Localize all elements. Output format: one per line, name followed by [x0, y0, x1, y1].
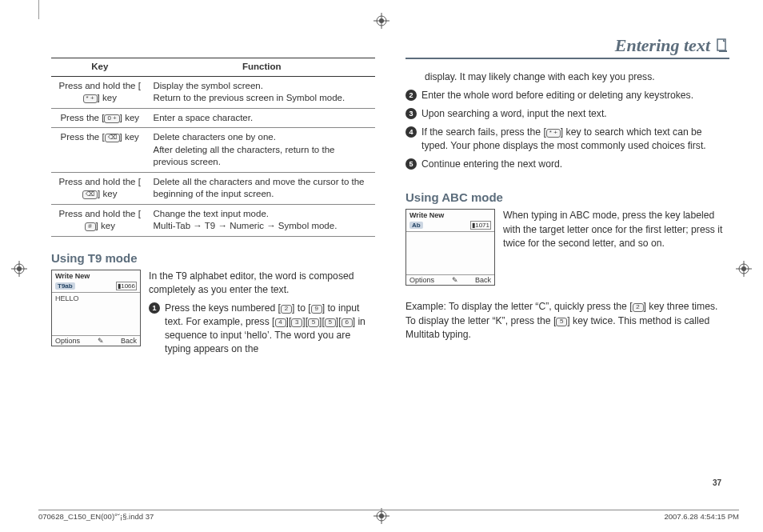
battery-icon: ▮1066 [116, 282, 137, 290]
table-cell-fn: Change the text input mode. Multi-Tab → … [149, 204, 376, 236]
key-icon: * + [83, 94, 98, 103]
input-mode-badge: T9ab [55, 282, 75, 290]
table-cell-key: Press and hold the [⌫] key [51, 172, 149, 204]
step-number-icon: 3 [405, 108, 417, 119]
section-heading-t9: Using T9 mode [51, 251, 375, 265]
table-row: Press and hold the [#] key Change the te… [51, 204, 375, 236]
table-cell-fn: Display the symbol screen. Return to the… [149, 76, 376, 108]
chapter-title: Entering text [615, 35, 710, 56]
table-cell-fn: Enter a space character. [149, 108, 376, 128]
key-icon: 3 [291, 318, 302, 327]
key-icon: 0 + [104, 114, 119, 123]
table-row: Press and hold the [* +] key Display the… [51, 76, 375, 108]
phone-screen-abc: Write New Ab ▮1071 Options ✎ Back [405, 209, 495, 286]
table-cell-key: Press and hold the [* +] key [51, 76, 149, 108]
footer-timestamp: 2007.6.28 4:54:15 PM [665, 512, 740, 521]
battery-icon: ▮1071 [470, 221, 491, 230]
phone-screen-title: Write New [52, 270, 140, 282]
key-icon: 4 [275, 318, 286, 327]
step1-continuation: display. It may likely change with each … [405, 70, 729, 84]
key-icon: ⌫ [105, 134, 120, 142]
document-icon [715, 38, 729, 53]
step-item: 1 Press the keys numbered [2] to [9] to … [149, 302, 375, 356]
footer-filename: 070628_C150_EN(00)°˘¡§.indd 37 [38, 512, 154, 521]
pencil-icon: ✎ [452, 276, 458, 284]
abc-example: Example: To display the letter “C”, quic… [405, 300, 729, 341]
table-row: Press and hold the [⌫] key Delete all th… [51, 172, 375, 204]
step-text: Upon searching a word, input the next te… [421, 107, 729, 121]
key-function-table: Key Function Press and hold the [* +] ke… [51, 58, 375, 237]
phone-screen-body: HELLO [52, 293, 140, 335]
phone-screen-body [406, 232, 494, 274]
t9-block: Write New T9ab ▮1066 HELLO Options ✎ Bac… [51, 270, 375, 361]
registration-mark-icon [374, 13, 389, 29]
section-heading-abc: Using ABC mode [405, 190, 729, 204]
chapter-header: Entering text [405, 35, 729, 59]
phone-screen-title: Write New [406, 210, 494, 221]
abc-paragraph: When typing in ABC mode, press the key l… [503, 209, 729, 250]
table-cell-key: Press the [0 +] key [51, 108, 149, 128]
softkey-left: Options [55, 337, 80, 345]
step-item: 3Upon searching a word, input the next t… [405, 107, 729, 121]
table-cell-key: Press and hold the [#] key [51, 204, 149, 236]
svg-rect-17 [719, 50, 727, 52]
step-item: 4If the search fails, press the [* +] ke… [405, 126, 729, 153]
key-icon: 9 [311, 305, 322, 314]
softkey-left: Options [409, 276, 434, 284]
t9-steps-continued: display. It may likely change with each … [405, 70, 729, 176]
table-row: Press the [0 +] key Enter a space charac… [51, 108, 375, 128]
page-content: Key Function Press and hold the [* +] ke… [51, 35, 729, 490]
table-cell-key: Press the [⌫] key [51, 128, 149, 173]
t9-intro-and-step1: In the T9 alphabet editor, the word is c… [149, 270, 375, 361]
key-icon: # [85, 222, 96, 231]
step-number-icon: 1 [149, 302, 160, 314]
table-header-key: Key [51, 58, 149, 77]
step-number-icon: 2 [405, 90, 417, 101]
crop-mark [38, 0, 39, 19]
right-column: Entering text display. It may likely cha… [405, 35, 729, 490]
print-footer: 070628_C150_EN(00)°˘¡§.indd 37 2007.6.28… [38, 510, 739, 521]
step-number-icon: 4 [405, 126, 417, 138]
page-number: 37 [713, 478, 721, 487]
table-cell-fn: Delete all the characters and move the c… [149, 172, 376, 204]
step-number-icon: 5 [405, 158, 417, 170]
key-icon: ⌫ [82, 190, 98, 199]
registration-mark-icon [11, 261, 27, 277]
softkey-right: Back [475, 276, 491, 284]
table-row: Press the [⌫] key Delete characters one … [51, 128, 375, 173]
step-text: Press the keys numbered [2] to [9] to in… [165, 302, 375, 356]
key-icon: 5 [308, 318, 319, 327]
registration-mark-icon [736, 261, 752, 277]
key-icon: 2 [633, 303, 644, 312]
input-mode-badge: Ab [409, 222, 423, 229]
phone-screen-t9: Write New T9ab ▮1066 HELLO Options ✎ Bac… [51, 270, 141, 346]
softkey-right: Back [121, 337, 137, 345]
table-cell-fn: Delete characters one by one. After dele… [149, 128, 376, 173]
abc-block: Write New Ab ▮1071 Options ✎ Back When t… [405, 209, 729, 286]
key-icon: * + [546, 129, 561, 138]
key-icon: 2 [281, 305, 292, 314]
t9-intro: In the T9 alphabet editor, the word is c… [149, 270, 375, 297]
key-icon: 5 [325, 318, 336, 327]
step-text: If the search fails, press the [* +] key… [421, 126, 729, 153]
step-text: Enter the whole word before editing or d… [421, 89, 729, 102]
step-text: Continue entering the next word. [421, 158, 729, 171]
step-item: 5Continue entering the next word. [405, 158, 729, 171]
key-icon: 6 [342, 318, 353, 327]
pencil-icon: ✎ [98, 337, 104, 345]
table-header-function: Function [149, 58, 376, 77]
step-item: 2Enter the whole word before editing or … [405, 89, 729, 102]
left-column: Key Function Press and hold the [* +] ke… [51, 35, 375, 490]
key-icon: 5 [556, 318, 567, 326]
